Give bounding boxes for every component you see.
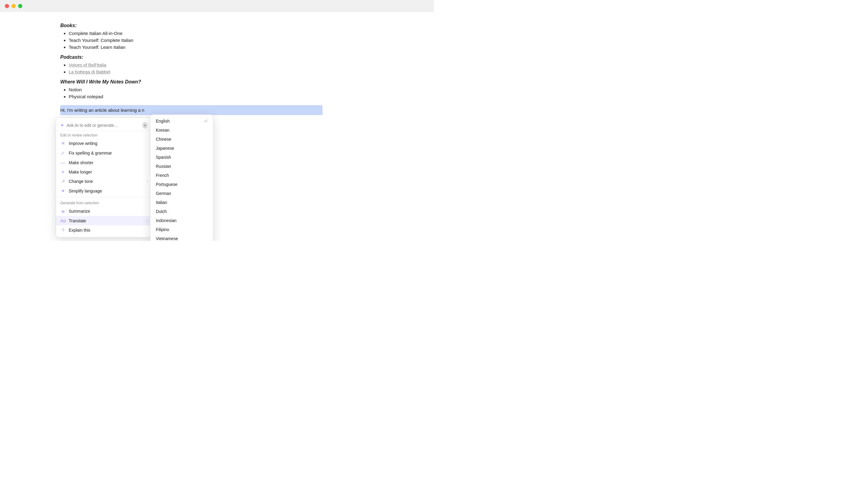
books-heading: Books: — [60, 23, 322, 28]
make-longer-item[interactable]: ≡ Make longer — [56, 167, 152, 176]
change-tone-item[interactable]: ↗ Change tone › — [56, 176, 152, 186]
language-submenu: English ⏎ Korean Chinese Japanese Spanis… — [150, 115, 213, 241]
fix-spelling-label: Fix spelling & grammar — [69, 151, 112, 155]
fix-spelling-icon: ✓ — [60, 150, 66, 156]
lang-korean-label: Korean — [156, 128, 169, 133]
ai-search-row: ✦ + — [56, 120, 152, 131]
lang-french-label: French — [156, 173, 169, 178]
lang-portuguese[interactable]: Portuguese — [150, 180, 213, 189]
lang-indonesian[interactable]: Indonesian — [150, 216, 213, 225]
make-shorter-label: Make shorter — [69, 160, 93, 165]
lang-filipino-label: Filipino — [156, 227, 169, 232]
translate-icon: Aα — [60, 218, 66, 223]
podcasts-list: Voices of Bell'Italia La bottega di Babb… — [60, 62, 322, 74]
lang-russian[interactable]: Russian — [150, 162, 213, 171]
lang-french[interactable]: French — [150, 171, 213, 180]
notes-heading: Where Will I Write My Notes Down? — [60, 79, 322, 85]
podcasts-heading: Podcasts: — [60, 55, 322, 60]
simplify-language-item[interactable]: ✦ Simplify language — [56, 186, 152, 196]
notes-list: Notion Physical notepad — [60, 87, 322, 99]
enter-icon: ⏎ — [204, 119, 208, 124]
minimize-button[interactable] — [11, 4, 16, 8]
change-tone-icon: ↗ — [60, 179, 66, 184]
lang-chinese[interactable]: Chinese — [150, 135, 213, 144]
lang-filipino[interactable]: Filipino — [150, 225, 213, 234]
explain-this-label: Explain this — [69, 228, 90, 232]
lang-spanish-label: Spanish — [156, 155, 171, 160]
menu-divider — [56, 197, 152, 197]
ai-sparkle-icon: ✦ — [60, 123, 64, 128]
change-tone-label: Change tone — [69, 179, 93, 184]
translate-label: Translate — [69, 218, 86, 223]
list-item: Physical notepad — [69, 94, 322, 99]
translate-item[interactable]: Aα Translate › — [56, 216, 152, 225]
lang-russian-label: Russian — [156, 164, 171, 169]
make-longer-label: Make longer — [69, 170, 92, 174]
list-item: La bottega di Babbel — [69, 69, 322, 74]
list-item: Voices of Bell'Italia — [69, 62, 322, 67]
selected-text[interactable]: Hi, I'm writing an article about learnin… — [60, 105, 322, 115]
summarize-icon: ≣ — [60, 208, 66, 214]
books-list: Complete Italian All-in-One Teach Yourse… — [60, 31, 322, 50]
lang-japanese[interactable]: Japanese — [150, 144, 213, 153]
lang-vietnamese-label: Vietnamese — [156, 236, 178, 241]
lang-italian-label: Italian — [156, 200, 167, 205]
ai-menu: ✦ + Edit or review selection ✳ Improve w… — [56, 118, 152, 237]
fix-spelling-item[interactable]: ✓ Fix spelling & grammar — [56, 148, 152, 158]
improve-writing-item[interactable]: ✳ Improve writing — [56, 138, 152, 148]
summarize-label: Summarize — [69, 209, 90, 214]
lang-japanese-label: Japanese — [156, 146, 174, 151]
lang-spanish[interactable]: Spanish — [150, 153, 213, 162]
improve-writing-label: Improve writing — [69, 141, 97, 146]
list-item: Complete Italian All-in-One — [69, 31, 322, 36]
lang-chinese-label: Chinese — [156, 137, 171, 141]
chevron-right-icon: › — [147, 179, 148, 184]
chevron-right-icon: › — [147, 219, 148, 223]
lang-korean[interactable]: Korean — [150, 126, 213, 135]
simplify-language-label: Simplify language — [69, 189, 102, 193]
make-shorter-icon: — — [60, 160, 66, 165]
lang-german[interactable]: German — [150, 189, 213, 198]
make-longer-icon: ≡ — [60, 169, 66, 174]
lang-indonesian-label: Indonesian — [156, 218, 177, 223]
lang-italian[interactable]: Italian — [150, 198, 213, 207]
lang-dutch-label: Dutch — [156, 209, 167, 214]
lang-english-label: English — [156, 119, 170, 124]
list-item: Notion — [69, 87, 322, 92]
close-button[interactable] — [5, 4, 9, 8]
explain-this-item[interactable]: ? Explain this — [56, 225, 152, 235]
list-item: Teach Yourself: Learn Italian — [69, 44, 322, 50]
improve-writing-icon: ✳ — [60, 141, 66, 146]
lang-english[interactable]: English ⏎ — [150, 117, 213, 126]
lang-vietnamese[interactable]: Vietnamese — [150, 234, 213, 241]
lang-portuguese-label: Portuguese — [156, 182, 178, 187]
simplify-language-icon: ✦ — [60, 188, 66, 194]
title-bar — [0, 0, 434, 12]
summarize-item[interactable]: ≣ Summarize — [56, 206, 152, 216]
list-item: Teach Yourself: Complete Italian — [69, 38, 322, 43]
lang-dutch[interactable]: Dutch — [150, 207, 213, 216]
generate-section-label: Generate from selection — [56, 198, 152, 206]
main-content: Books: Complete Italian All-in-One Teach… — [0, 12, 434, 121]
ai-search-input[interactable] — [67, 123, 140, 128]
maximize-button[interactable] — [18, 4, 22, 8]
make-shorter-item[interactable]: — Make shorter — [56, 158, 152, 167]
explain-this-icon: ? — [60, 227, 66, 232]
edit-section-label: Edit or review selection — [56, 131, 152, 138]
lang-german-label: German — [156, 191, 171, 196]
ai-add-button[interactable]: + — [142, 122, 148, 129]
